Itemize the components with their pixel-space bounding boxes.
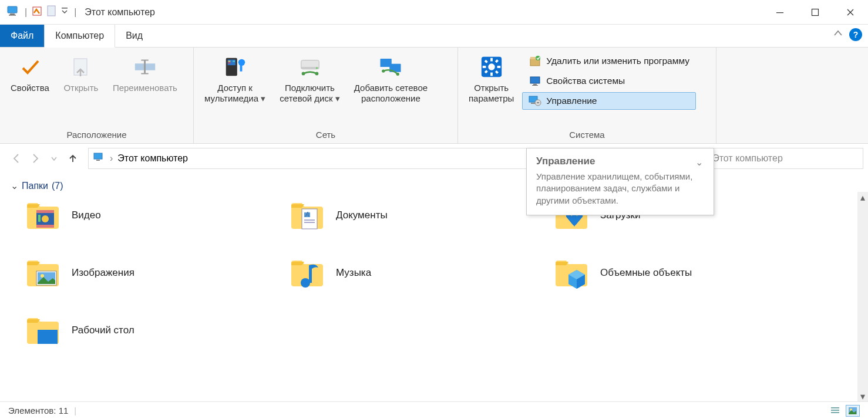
svg-point-28 <box>396 73 399 76</box>
svg-point-23 <box>301 72 305 76</box>
properties-button[interactable]: Свойства <box>5 51 55 97</box>
help-icon[interactable]: ? <box>849 28 862 41</box>
up-button[interactable] <box>65 150 81 167</box>
uninstall-program-button[interactable]: Удалить или изменить программу <box>522 52 696 70</box>
network-location-icon <box>378 55 403 79</box>
computer-manage-icon <box>529 94 541 107</box>
folder-label: Документы <box>336 210 388 221</box>
svg-rect-15 <box>228 61 231 62</box>
icons-view-toggle[interactable] <box>846 405 860 417</box>
svg-rect-32 <box>490 73 493 76</box>
vertical-scrollbar[interactable]: ▴ ▾ <box>857 192 868 401</box>
tab-computer[interactable]: Компьютер <box>44 25 115 48</box>
folder-label: Объемные объекты <box>600 267 692 279</box>
folder-label: Изображения <box>72 267 134 279</box>
open-icon <box>69 55 93 79</box>
minimize-button[interactable] <box>762 0 798 25</box>
group-system-label: Система <box>463 129 711 142</box>
tooltip: Управление ⌄ Управление хранилищем, собы… <box>526 148 714 215</box>
svg-rect-12 <box>141 73 148 75</box>
svg-rect-60 <box>304 222 315 223</box>
window-title: Этот компьютер <box>85 7 155 18</box>
svg-rect-19 <box>240 65 243 71</box>
network-drive-icon <box>298 55 322 79</box>
back-button[interactable] <box>8 150 25 167</box>
svg-rect-17 <box>233 61 235 62</box>
svg-rect-69 <box>831 407 839 408</box>
folder-item[interactable]: Рабочий стол <box>25 312 283 349</box>
rename-icon <box>133 55 157 79</box>
open-button: Открыть <box>58 51 105 97</box>
open-settings-button[interactable]: Открыть параметры <box>463 51 520 107</box>
status-bar: Элементов: 11 | <box>0 401 868 419</box>
ribbon: Свойства Открыть Переименовать Расположе… <box>0 47 868 144</box>
folder-label: Рабочий стол <box>72 325 134 336</box>
svg-rect-48 <box>537 102 539 103</box>
collapse-ribbon-icon[interactable] <box>833 28 843 41</box>
svg-rect-2 <box>9 15 16 16</box>
folder-item[interactable]: AДокументы <box>289 197 547 234</box>
scroll-up-icon[interactable]: ▴ <box>857 192 868 202</box>
svg-rect-42 <box>530 77 540 83</box>
svg-rect-44 <box>532 85 538 86</box>
rename-button: Переименовать <box>107 51 183 97</box>
svg-rect-1 <box>10 13 15 15</box>
close-button[interactable] <box>833 0 868 25</box>
folder-label: Видео <box>72 210 101 221</box>
svg-rect-67 <box>38 330 58 344</box>
svg-point-55 <box>42 215 49 222</box>
monitor-icon <box>529 75 541 87</box>
svg-rect-43 <box>533 84 537 85</box>
tooltip-title: Управление <box>536 156 704 167</box>
folder-icon <box>289 255 325 291</box>
manage-button[interactable]: Управление <box>522 92 696 110</box>
svg-rect-0 <box>8 6 17 13</box>
breadcrumb-item[interactable]: Этот компьютер <box>117 153 188 164</box>
svg-rect-57 <box>302 209 317 229</box>
history-dropdown-icon[interactable] <box>46 150 62 167</box>
title-bar: | | Этот компьютер <box>0 0 868 25</box>
gear-icon <box>479 55 504 79</box>
svg-rect-53 <box>36 210 54 213</box>
folder-item[interactable]: Видео <box>25 197 283 234</box>
tooltip-body: Управление хранилищем, событиями, планир… <box>536 171 704 207</box>
svg-rect-54 <box>36 225 54 228</box>
svg-rect-6 <box>776 12 783 13</box>
qat-dropdown-icon[interactable] <box>61 7 68 18</box>
maximize-button[interactable] <box>798 0 833 25</box>
media-access-button[interactable]: Доступ к мультимедиа ▾ <box>199 51 271 107</box>
chevron-down-icon: ⌄ <box>11 180 18 191</box>
folder-item[interactable]: Объемные объекты <box>553 255 812 291</box>
svg-text:A: A <box>305 211 309 218</box>
scroll-down-icon[interactable]: ▾ <box>857 391 868 401</box>
svg-rect-34 <box>497 66 500 68</box>
folder-label: Музыка <box>336 267 371 279</box>
breadcrumb-chevron-icon[interactable]: › <box>110 153 113 164</box>
navigation-bar: › Этот компьютер <box>0 144 868 173</box>
details-view-toggle[interactable] <box>828 405 842 417</box>
folder-icon <box>25 312 61 349</box>
box-icon <box>529 55 541 67</box>
add-network-location-button[interactable]: Добавить сетевое расположение <box>348 51 433 107</box>
svg-rect-4 <box>48 6 55 16</box>
svg-point-27 <box>382 69 385 72</box>
tab-view[interactable]: Вид <box>115 25 153 47</box>
system-properties-button[interactable]: Свойства системы <box>522 72 696 90</box>
group-location-label: Расположение <box>5 129 189 142</box>
qat-separator: | <box>25 7 27 18</box>
svg-rect-59 <box>304 219 315 221</box>
group-header-folders[interactable]: ⌄ Папки (7) <box>11 180 857 191</box>
svg-rect-50 <box>96 160 100 161</box>
forward-button[interactable] <box>27 150 43 167</box>
folder-item[interactable]: Изображения <box>25 255 283 291</box>
map-drive-button[interactable]: Подключить сетевой диск ▾ <box>274 51 345 107</box>
folder-icon <box>553 255 590 291</box>
qat-blank-icon[interactable] <box>47 5 56 19</box>
group-network-label: Сеть <box>199 129 453 142</box>
folder-item[interactable]: Музыка <box>289 255 547 291</box>
svg-point-24 <box>315 72 318 76</box>
chevron-down-icon: ⌄ <box>695 157 703 168</box>
svg-point-65 <box>301 278 310 288</box>
properties-qat-icon[interactable] <box>32 6 42 19</box>
tab-file[interactable]: Файл <box>0 25 44 47</box>
